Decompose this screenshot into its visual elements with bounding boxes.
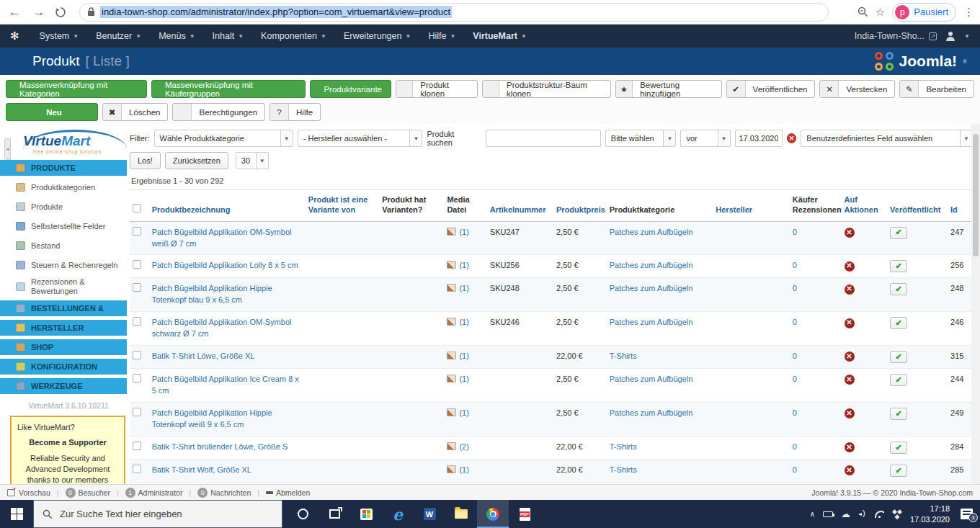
published-toggle[interactable]: ✔: [890, 351, 907, 363]
toolbar-button[interactable]: Neu: [6, 103, 98, 121]
toolbar-button[interactable]: ✖ Löschen: [102, 103, 168, 121]
product-name-link[interactable]: Patch Bügelbild Applikation Lolly 8 x 5 …: [152, 261, 298, 269]
row-checkbox[interactable]: [133, 374, 141, 382]
toolbar-button[interactable]: Massenverknüpfung mit Käufergruppen: [151, 80, 306, 98]
product-name-link[interactable]: Patch Bügelbild Applikation OM-Symbol we…: [152, 228, 292, 248]
status-counter[interactable]: 0 Besucher: [66, 488, 110, 498]
on-sale-off-icon[interactable]: ✕: [845, 261, 855, 272]
store-button[interactable]: [350, 500, 382, 528]
toolbar-button[interactable]: ✔ Veröffentlichen: [726, 80, 816, 98]
media-cell[interactable]: (2): [444, 436, 486, 459]
product-search-input[interactable]: [486, 130, 601, 147]
on-sale-off-icon[interactable]: ✕: [845, 442, 855, 452]
reviews-link[interactable]: 0: [793, 318, 797, 326]
custom-field-select[interactable]: Benutzerdefiniertes Feld auswählen▼: [801, 130, 973, 147]
column-header[interactable]: Produktbezeichnung: [149, 190, 306, 221]
sidebar-item[interactable]: Produktkategorien: [10, 179, 127, 195]
notification-center-icon[interactable]: 3: [961, 509, 973, 519]
category-link[interactable]: Patches zum Aufbügeln: [610, 408, 693, 417]
preview-link[interactable]: Vorschau: [7, 488, 50, 497]
product-name-link[interactable]: Batik T-Shirt brüllender Löwe, Größe S: [152, 442, 288, 451]
toolbar-button[interactable]: Berechtigungen: [172, 103, 265, 121]
published-toggle[interactable]: ✔: [890, 465, 907, 477]
row-checkbox[interactable]: [133, 351, 141, 359]
published-toggle[interactable]: ✔: [890, 260, 907, 272]
reviews-link[interactable]: 0: [793, 375, 797, 383]
battery-icon[interactable]: [823, 511, 833, 517]
on-sale-off-icon[interactable]: ✕: [845, 375, 855, 385]
row-checkbox[interactable]: [133, 227, 141, 236]
reviews-link[interactable]: 0: [793, 352, 797, 360]
onedrive-cloud-icon[interactable]: ☁: [841, 509, 850, 519]
category-link[interactable]: T-Shirts: [610, 442, 637, 451]
sidebar-item[interactable]: Selbsterstellte Felder: [10, 218, 127, 234]
column-header[interactable]: Artikelnummer: [487, 190, 553, 221]
page-scrollbar[interactable]: [971, 124, 980, 484]
category-link[interactable]: Patches zum Aufbügeln: [610, 261, 693, 269]
product-name-link[interactable]: Batik T-Shirt Wolf, Größe XL: [152, 465, 251, 474]
category-link[interactable]: T-Shirts: [610, 352, 637, 360]
media-cell[interactable]: (1): [444, 346, 486, 369]
select-all-checkbox[interactable]: [133, 204, 141, 212]
published-toggle[interactable]: ✔: [890, 227, 907, 239]
column-header[interactable]: Produkt ist eine Variante von: [306, 190, 379, 221]
column-header[interactable]: Käufer Rezensionen: [790, 190, 842, 221]
sidebar-item[interactable]: Rezensionen & Bewertungen: [10, 277, 127, 297]
user-icon[interactable]: [945, 32, 956, 41]
pdf24-button[interactable]: PDF: [509, 500, 540, 528]
menubar-item[interactable]: VirtueMart ▼: [464, 24, 535, 48]
manufacturer-filter-select[interactable]: - Hersteller auswählen -▼: [298, 130, 423, 147]
media-cell[interactable]: (1): [444, 369, 486, 403]
published-toggle[interactable]: ✔: [890, 283, 907, 295]
address-bar[interactable]: india-town-shop.com/administrator/index.…: [79, 3, 829, 22]
row-checkbox[interactable]: [133, 465, 141, 473]
reviews-link[interactable]: 0: [793, 228, 797, 236]
cortana-button[interactable]: [287, 500, 318, 528]
supporter-promo[interactable]: Like VirtueMart? Become a Supporter Reli…: [10, 416, 125, 484]
media-cell[interactable]: (1): [444, 221, 486, 255]
product-name-link[interactable]: Batik T-Shirt Löwe, Größe XL: [152, 352, 255, 360]
row-checkbox[interactable]: [133, 260, 141, 269]
task-view-button[interactable]: [318, 500, 350, 528]
menubar-item[interactable]: Menüs ▼: [150, 24, 203, 48]
speaker-icon[interactable]: [858, 511, 867, 518]
published-toggle[interactable]: ✔: [890, 442, 907, 454]
category-link[interactable]: Patches zum Aufbügeln: [610, 228, 693, 236]
sidebar-item[interactable]: BESTELLUNGEN &: [0, 300, 127, 316]
toolbar-button[interactable]: ★ Bewertung hinzufügen: [615, 80, 722, 98]
row-checkbox[interactable]: [133, 442, 141, 450]
on-sale-off-icon[interactable]: ✕: [845, 228, 855, 238]
toolbar-button[interactable]: ✎ Bearbeiten: [899, 80, 974, 98]
published-toggle[interactable]: ✔: [890, 374, 907, 386]
category-link[interactable]: Patches zum Aufbügeln: [610, 375, 693, 383]
row-checkbox[interactable]: [133, 283, 141, 292]
taskbar-search[interactable]: Zur Suche Text hier eingeben: [33, 500, 282, 528]
site-name-link[interactable]: India-Town-Sho... ↗: [855, 31, 937, 41]
date-clear-icon[interactable]: ✕: [787, 133, 797, 143]
media-cell[interactable]: (1): [444, 403, 486, 437]
wifi-icon[interactable]: [875, 511, 884, 518]
menubar-item[interactable]: Komponenten ▼: [252, 24, 335, 48]
toolbar-button[interactable]: Produktvariante: [310, 80, 391, 98]
reviews-link[interactable]: 0: [793, 442, 797, 451]
sidebar-item[interactable]: Steuern & Rechenregeln: [10, 257, 127, 273]
choose-filter-select[interactable]: Bitte wählen▼: [605, 130, 677, 147]
column-header[interactable]: Produkt hat Varianten?: [379, 190, 444, 221]
sidebar-item[interactable]: HERSTELLER: [0, 320, 127, 336]
file-explorer-button[interactable]: [445, 500, 477, 528]
category-filter-select[interactable]: Wähle Produktkategorie▼: [154, 130, 293, 147]
toolbar-button[interactable]: Produktstruktur-Baum klonen: [482, 80, 611, 98]
word-button[interactable]: W: [414, 500, 445, 528]
category-link[interactable]: Patches zum Aufbügeln: [610, 284, 693, 292]
reviews-link[interactable]: 0: [793, 408, 797, 417]
toolbar-button[interactable]: Produkt klonen: [396, 80, 478, 98]
sidebar-item[interactable]: Produkte: [10, 199, 127, 215]
sidebar-item[interactable]: SHOP: [0, 339, 127, 355]
on-sale-off-icon[interactable]: ✕: [845, 285, 855, 295]
column-header[interactable]: Media Datei: [444, 190, 486, 221]
on-sale-off-icon[interactable]: ✕: [845, 352, 855, 362]
dropbox-icon[interactable]: ◆◆◆: [892, 509, 902, 519]
sidebar-item[interactable]: KONFIGURATION: [0, 359, 127, 375]
product-name-link[interactable]: Patch Bügelbild Applikation OM-Symbol sc…: [152, 318, 292, 338]
go-button[interactable]: Los!: [130, 152, 161, 169]
